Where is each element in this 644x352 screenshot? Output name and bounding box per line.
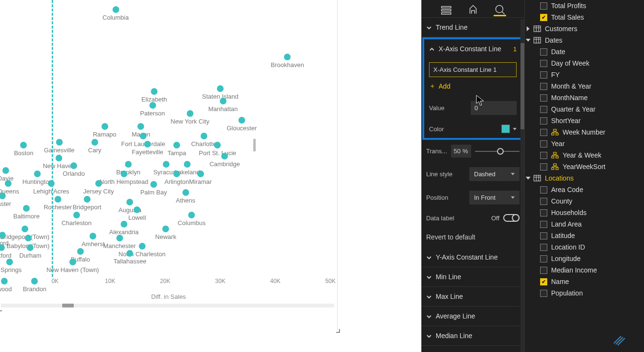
field-year-week[interactable]: Year & Week bbox=[525, 149, 644, 161]
fields-tab-icon[interactable] bbox=[440, 4, 452, 16]
data-point[interactable] bbox=[84, 196, 90, 203]
data-point[interactable] bbox=[56, 155, 62, 161]
checkbox[interactable] bbox=[540, 232, 547, 239]
data-point[interactable] bbox=[182, 189, 189, 196]
line-style-select[interactable]: Dashed bbox=[469, 167, 520, 181]
checkbox[interactable] bbox=[540, 290, 547, 297]
checkbox[interactable] bbox=[540, 244, 547, 251]
average-line-section[interactable]: Average Line bbox=[421, 307, 524, 326]
data-point[interactable] bbox=[187, 110, 193, 117]
data-point[interactable] bbox=[217, 85, 224, 92]
data-point[interactable] bbox=[113, 6, 119, 13]
field-day-of-week[interactable]: Day of Week bbox=[525, 57, 644, 69]
field-population[interactable]: Population bbox=[525, 287, 644, 299]
checkbox[interactable] bbox=[540, 209, 547, 216]
data-point[interactable] bbox=[25, 235, 32, 241]
data-point[interactable] bbox=[221, 153, 228, 159]
field-quarter-year[interactable]: Quarter & Year bbox=[525, 103, 644, 115]
data-point[interactable] bbox=[27, 244, 34, 251]
color-picker[interactable] bbox=[501, 125, 517, 133]
data-point[interactable] bbox=[173, 170, 180, 177]
checkbox[interactable] bbox=[540, 94, 547, 102]
checkbox[interactable] bbox=[540, 60, 547, 67]
checkbox[interactable] bbox=[540, 221, 547, 228]
resize-handle-bl[interactable] bbox=[0, 307, 2, 311]
checkbox[interactable] bbox=[540, 152, 547, 159]
analytics-tab-icon[interactable] bbox=[494, 4, 506, 16]
data-point[interactable] bbox=[220, 98, 226, 104]
data-point[interactable] bbox=[150, 181, 157, 188]
scrollbar-thumb[interactable] bbox=[62, 304, 74, 307]
data-point[interactable] bbox=[184, 161, 191, 168]
transparency-slider[interactable] bbox=[475, 147, 520, 156]
data-point[interactable] bbox=[284, 54, 291, 60]
data-point[interactable] bbox=[140, 133, 147, 139]
data-point[interactable] bbox=[125, 161, 132, 168]
field-shortyear[interactable]: ShortYear bbox=[525, 115, 644, 126]
data-point[interactable] bbox=[90, 233, 96, 239]
field-longitude[interactable]: Longitude bbox=[525, 253, 644, 264]
data-point[interactable] bbox=[197, 170, 204, 177]
resize-handle-br[interactable] bbox=[336, 329, 340, 333]
checkbox-checked[interactable]: ✔ bbox=[540, 278, 547, 285]
min-line-section[interactable]: Min Line bbox=[421, 267, 524, 287]
checkbox[interactable] bbox=[540, 267, 547, 274]
data-point[interactable] bbox=[137, 123, 144, 130]
field-yearweeksort[interactable]: YearWeekSort bbox=[525, 161, 644, 172]
data-point[interactable] bbox=[77, 248, 84, 255]
data-point[interactable] bbox=[70, 162, 77, 169]
x-const-header[interactable]: X-Axis Constant Line 1 bbox=[424, 39, 521, 58]
data-point[interactable] bbox=[20, 142, 27, 148]
data-point[interactable] bbox=[73, 212, 80, 218]
field-year[interactable]: Year bbox=[525, 138, 644, 149]
data-point[interactable] bbox=[102, 123, 108, 130]
data-point[interactable] bbox=[162, 226, 169, 232]
checkbox[interactable] bbox=[540, 83, 547, 90]
data-point[interactable] bbox=[134, 206, 140, 213]
data-point[interactable] bbox=[2, 167, 9, 174]
max-line-section[interactable]: Max Line bbox=[421, 287, 524, 307]
data-point[interactable] bbox=[0, 244, 5, 251]
field-date[interactable]: Date bbox=[525, 46, 644, 57]
table-customers[interactable]: Customers bbox=[525, 23, 644, 34]
checkbox[interactable] bbox=[540, 117, 547, 125]
panel-vertical-scrollbar[interactable] bbox=[520, 19, 524, 352]
field-area-code[interactable]: Area Code bbox=[525, 184, 644, 195]
data-point[interactable] bbox=[22, 226, 28, 232]
data-point[interactable] bbox=[23, 205, 30, 212]
data-point[interactable] bbox=[69, 259, 76, 265]
data-point[interactable] bbox=[56, 139, 63, 146]
data-point[interactable] bbox=[116, 235, 123, 241]
field-fy[interactable]: FY bbox=[525, 69, 644, 80]
scatter-visual[interactable]: ColumbiaBrookhavenStaten IslandElizabeth… bbox=[0, 0, 338, 330]
field-month-year[interactable]: Month & Year bbox=[525, 80, 644, 92]
data-point[interactable] bbox=[95, 180, 102, 187]
data-point[interactable] bbox=[0, 193, 6, 199]
vertical-scroll-indicator[interactable] bbox=[253, 139, 256, 151]
field-households[interactable]: Households bbox=[525, 207, 644, 218]
field-total-profits[interactable]: Total Profits bbox=[525, 0, 644, 11]
table-dates[interactable]: Dates bbox=[525, 34, 644, 46]
value-input[interactable] bbox=[471, 101, 517, 115]
position-select[interactable]: In Front bbox=[469, 191, 520, 204]
horizontal-scrollbar[interactable] bbox=[1, 304, 334, 307]
data-point[interactable] bbox=[121, 170, 127, 177]
field-monthname[interactable]: MonthName bbox=[525, 92, 644, 103]
add-constant-line-button[interactable]: ＋ Add bbox=[424, 79, 521, 96]
data-point[interactable] bbox=[121, 221, 127, 227]
data-point[interactable] bbox=[188, 212, 195, 218]
data-point[interactable] bbox=[149, 102, 156, 109]
field-name[interactable]: ✔Name bbox=[525, 276, 644, 287]
transparency-input[interactable]: 50 % bbox=[451, 145, 471, 158]
table-locations[interactable]: Locations bbox=[525, 172, 644, 184]
field-latitude[interactable]: Latitude bbox=[525, 230, 644, 241]
data-point[interactable] bbox=[163, 161, 169, 168]
median-line-section[interactable]: Median Line bbox=[421, 326, 524, 346]
checkbox-checked[interactable]: ✔ bbox=[540, 14, 547, 21]
field-week-number[interactable]: Week Number bbox=[525, 126, 644, 138]
checkbox[interactable] bbox=[540, 48, 547, 56]
data-point[interactable] bbox=[34, 170, 41, 177]
data-point[interactable] bbox=[126, 250, 133, 257]
field-land-area[interactable]: Land Area bbox=[525, 218, 644, 230]
data-point[interactable] bbox=[173, 142, 180, 148]
